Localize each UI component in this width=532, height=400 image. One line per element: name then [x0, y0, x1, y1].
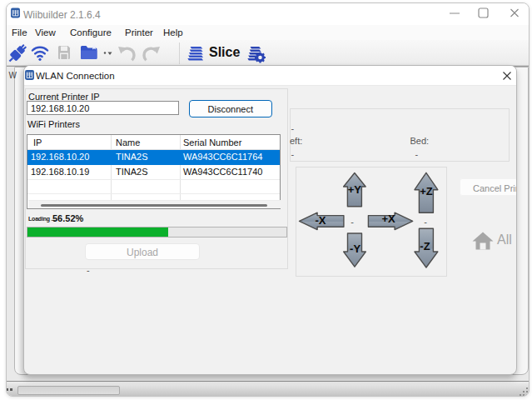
svg-text:-: -: [351, 217, 354, 227]
svg-text:-Y: -Y: [350, 242, 360, 255]
svg-text:+X: +X: [381, 212, 395, 225]
svg-text:+Y: +Y: [348, 183, 362, 196]
svg-text:-Z: -Z: [420, 240, 430, 252]
svg-text:-: -: [424, 217, 427, 227]
svg-text:-X: -X: [316, 214, 326, 227]
svg-text:+Z: +Z: [420, 185, 433, 198]
